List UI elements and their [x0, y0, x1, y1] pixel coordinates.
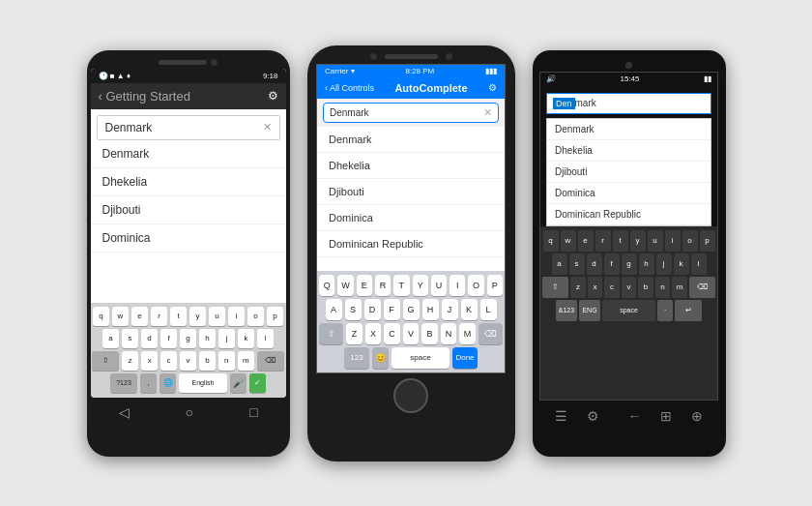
list-item[interactable]: Dominica — [317, 205, 505, 231]
ios-key-s[interactable]: S — [345, 299, 362, 320]
key-j[interactable]: j — [218, 329, 235, 348]
wp-key-123[interactable]: &123 — [556, 300, 577, 321]
android-gear-icon[interactable]: ⚙ — [268, 89, 278, 103]
list-item[interactable]: Djibouti — [547, 162, 710, 183]
android-clear-button[interactable]: ✕ — [263, 121, 272, 134]
wp-key-u[interactable]: u — [648, 230, 663, 252]
wp-key-space[interactable]: space — [602, 300, 655, 321]
key-o[interactable]: o — [247, 307, 264, 326]
list-item[interactable]: Denmark — [317, 127, 505, 153]
wp-key-eng[interactable]: ENG — [579, 300, 600, 321]
key-t[interactable]: t — [170, 307, 187, 326]
ios-clear-button[interactable]: ✕ — [483, 106, 492, 119]
wp-key-d[interactable]: d — [587, 253, 602, 275]
key-y[interactable]: y — [189, 307, 206, 326]
wp-key-i[interactable]: i — [665, 230, 681, 252]
wp-key-y[interactable]: y — [630, 230, 646, 252]
wp-key-c[interactable]: c — [604, 277, 620, 298]
key-globe[interactable]: 🌐 — [160, 373, 176, 393]
key-n[interactable]: n — [218, 351, 235, 371]
key-c[interactable]: c — [160, 351, 177, 371]
wp-nav-windows[interactable]: ⊞ — [660, 408, 672, 424]
key-q[interactable]: q — [93, 307, 109, 326]
ios-search-input[interactable]: Denmark — [330, 107, 483, 118]
key-i[interactable]: i — [228, 307, 245, 326]
key-p[interactable]: p — [267, 307, 283, 326]
ios-key-shift[interactable]: ⇧ — [319, 323, 343, 344]
ios-key-done[interactable]: Done — [452, 347, 478, 369]
ios-home-button[interactable] — [393, 378, 428, 413]
wp-key-n[interactable]: n — [655, 277, 671, 298]
key-shift[interactable]: ⇧ — [92, 351, 119, 371]
key-comma[interactable]: , — [140, 373, 157, 393]
wp-key-z[interactable]: z — [570, 277, 586, 298]
wp-key-l[interactable]: l — [691, 253, 707, 275]
list-item[interactable]: Dominican Republic — [547, 204, 710, 225]
ios-key-v[interactable]: V — [403, 323, 420, 344]
key-f[interactable]: f — [160, 329, 177, 348]
list-item[interactable]: Dhekelia — [317, 153, 505, 179]
wp-key-f[interactable]: f — [604, 253, 620, 275]
ios-key-b[interactable]: B — [421, 323, 438, 344]
key-u[interactable]: u — [209, 307, 225, 326]
ios-key-x[interactable]: X — [365, 323, 382, 344]
ios-key-n[interactable]: N — [441, 323, 457, 344]
wp-key-g[interactable]: g — [622, 253, 637, 275]
wp-key-dot[interactable]: · — [657, 300, 673, 321]
ios-key-c[interactable]: C — [384, 323, 400, 344]
ios-key-emoji[interactable]: 😊 — [372, 347, 389, 369]
list-item[interactable]: Denmark — [91, 140, 286, 168]
wp-key-s[interactable]: s — [569, 253, 585, 275]
key-enter[interactable]: ✓ — [249, 373, 266, 393]
list-item[interactable]: Djibouti — [91, 196, 286, 224]
key-m[interactable]: m — [238, 351, 254, 371]
ios-key-f[interactable]: F — [384, 299, 400, 320]
list-item[interactable]: Dhekelia — [91, 168, 286, 196]
wp-nav-gear[interactable]: ⚙ — [587, 408, 599, 424]
list-item[interactable]: Dominica — [91, 224, 286, 253]
key-r[interactable]: r — [151, 307, 167, 326]
wp-key-enter[interactable]: ↵ — [675, 300, 702, 321]
nav-back[interactable]: ◁ — [119, 404, 130, 420]
key-h[interactable]: h — [199, 329, 216, 348]
wp-key-w[interactable]: w — [561, 230, 576, 252]
ios-key-t[interactable]: T — [393, 275, 409, 296]
ios-key-m[interactable]: M — [459, 323, 476, 344]
ios-key-u[interactable]: U — [431, 275, 447, 296]
ios-key-h[interactable]: H — [422, 299, 439, 320]
ios-key-r[interactable]: R — [375, 275, 391, 296]
key-backspace[interactable]: ⌫ — [257, 351, 284, 371]
key-e[interactable]: e — [131, 307, 148, 326]
wp-key-t[interactable]: t — [613, 230, 628, 252]
ios-key-e[interactable]: E — [357, 275, 372, 296]
wp-nav-menu[interactable]: ☰ — [555, 408, 567, 424]
wp-search-input[interactable]: Denmark — [546, 93, 711, 114]
key-s[interactable]: s — [122, 329, 138, 348]
ios-back-button[interactable]: ‹ All Controls — [325, 83, 374, 93]
key-d[interactable]: d — [141, 329, 158, 348]
key-a[interactable]: a — [102, 329, 119, 348]
key-k[interactable]: k — [238, 329, 254, 348]
wp-key-p[interactable]: p — [700, 230, 715, 252]
wp-key-v[interactable]: v — [622, 277, 637, 298]
ios-key-j[interactable]: J — [442, 299, 458, 320]
key-l[interactable]: l — [257, 329, 274, 348]
key-b[interactable]: b — [199, 351, 216, 371]
wp-key-e[interactable]: e — [578, 230, 594, 252]
wp-key-x[interactable]: x — [588, 277, 603, 298]
list-item[interactable]: Dhekelia — [547, 140, 710, 162]
ios-key-l[interactable]: L — [480, 299, 497, 320]
android-back-button[interactable]: ‹ Getting Started — [99, 89, 190, 104]
wp-nav-back[interactable]: ← — [627, 408, 641, 424]
wp-key-j[interactable]: j — [656, 253, 672, 275]
wp-key-o[interactable]: o — [682, 230, 698, 252]
nav-recent[interactable]: □ — [249, 404, 257, 420]
key-x[interactable]: x — [141, 351, 158, 371]
wp-key-m[interactable]: m — [672, 277, 687, 298]
ios-key-d[interactable]: D — [364, 299, 381, 320]
key-w[interactable]: w — [112, 307, 129, 326]
ios-key-space[interactable]: space — [392, 347, 450, 369]
key-space[interactable]: English — [179, 373, 227, 393]
wp-key-b[interactable]: b — [638, 277, 653, 298]
list-item[interactable]: Denmark — [547, 119, 710, 140]
